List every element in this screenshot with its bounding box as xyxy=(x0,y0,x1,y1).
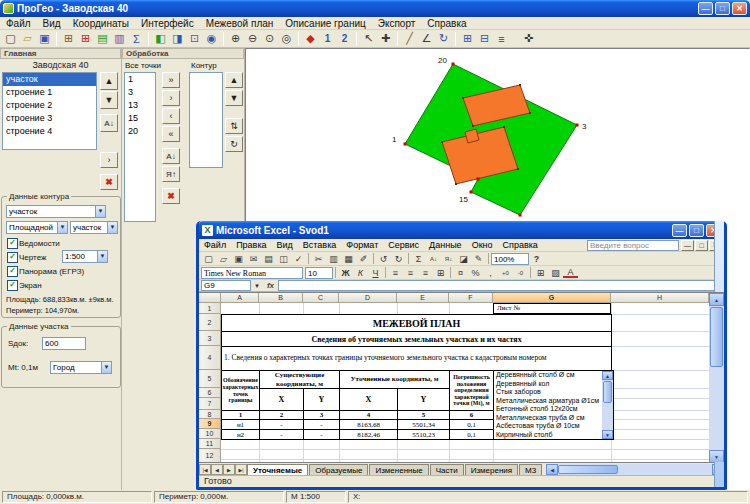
next-sheet-icon[interactable]: ▶ xyxy=(223,464,235,475)
all-points-list[interactable]: 1 3 13 15 20 xyxy=(124,72,156,222)
cell-y-old[interactable]: - xyxy=(304,420,340,430)
email-icon[interactable]: ✉ xyxy=(246,252,261,265)
tab-izmenennye[interactable]: Измененные xyxy=(369,464,428,475)
chevron-down-icon[interactable]: ▼ xyxy=(107,222,117,233)
add-all-button[interactable]: » xyxy=(162,72,180,88)
calc-sum-icon[interactable]: Σ xyxy=(128,31,145,47)
align-center-icon[interactable]: ≡ xyxy=(403,266,418,279)
sdok-input[interactable]: 600 xyxy=(42,337,86,350)
cut-icon[interactable]: ✂ xyxy=(311,252,326,265)
new-workbook-icon[interactable]: ▢ xyxy=(201,252,216,265)
point-item[interactable]: 13 xyxy=(125,99,155,112)
excel-grid[interactable]: A B C D E F G H 1 2 3 4 5 6 7 8 9 10 11 … xyxy=(199,292,724,462)
row-header[interactable]: 3 xyxy=(199,331,221,346)
print-preview-icon[interactable]: ◫ xyxy=(276,252,291,265)
zoom-extents-icon[interactable]: ◎ xyxy=(278,31,295,47)
excel-menu-insert[interactable]: Вставка xyxy=(298,240,341,250)
column-header-a[interactable]: A xyxy=(221,293,259,303)
dropdown-scrollbar[interactable]: ▲ ▼ xyxy=(602,371,613,439)
column-header-c[interactable]: C xyxy=(303,293,339,303)
snapshot-icon[interactable]: ◉ xyxy=(203,31,220,47)
contour-type-combo[interactable]: Площадной ▼ xyxy=(6,221,68,234)
main-panel-header[interactable]: Главная xyxy=(0,48,121,59)
excel-menu-tools[interactable]: Сервис xyxy=(383,240,424,250)
zoom-in-icon[interactable]: ⊕ xyxy=(227,31,244,47)
scale-combo[interactable]: 1:500 ▼ xyxy=(62,250,108,263)
paste-icon[interactable]: ▦ xyxy=(341,252,356,265)
dropdown-option[interactable]: Асбестовая труба Ø 10см xyxy=(494,422,613,431)
autosum-icon[interactable]: Σ xyxy=(411,252,426,265)
menu-file[interactable]: Файл xyxy=(0,18,37,29)
column-header-f[interactable]: F xyxy=(449,293,493,303)
scroll-thumb[interactable] xyxy=(710,307,723,367)
remove-button[interactable]: ‹ xyxy=(162,108,180,124)
scroll-down-icon[interactable]: ▼ xyxy=(709,450,724,462)
contour-down-button[interactable]: ▼ xyxy=(225,90,243,106)
sheet-view-icon[interactable]: ⊟ xyxy=(476,31,493,47)
object-tree[interactable]: участок строение 1 строение 2 строение 3… xyxy=(2,72,97,150)
row-header[interactable]: 2 xyxy=(199,314,221,331)
open-icon[interactable]: ▱ xyxy=(216,252,231,265)
cell-x-new[interactable]: 8182,46 xyxy=(340,430,398,440)
report-doc-icon[interactable]: ▤ xyxy=(94,31,111,47)
chevron-down-icon[interactable]: ▼ xyxy=(57,222,67,233)
tab-utochnyaemye[interactable]: Уточняемые xyxy=(247,464,308,475)
contour-object-combo[interactable]: участок ▼ xyxy=(70,221,118,234)
ekran-checkbox[interactable]: Экран xyxy=(7,281,42,290)
cell-x-old[interactable]: - xyxy=(260,430,304,440)
merge-center-icon[interactable]: ⊞ xyxy=(433,266,448,279)
vedomost-table-icon[interactable]: ⊞ xyxy=(77,31,94,47)
view-2-button[interactable]: 2 xyxy=(336,31,353,47)
select-cursor-icon[interactable]: ↖ xyxy=(360,31,377,47)
map-layers-icon[interactable]: ◧ xyxy=(152,31,169,47)
cell-y-new[interactable]: 5510,23 xyxy=(398,430,450,440)
prev-sheet-icon[interactable]: ◀ xyxy=(211,464,223,475)
excel-minimize-button[interactable]: — xyxy=(672,224,687,237)
point-item[interactable]: 15 xyxy=(125,112,155,125)
underline-icon[interactable]: Ч xyxy=(368,266,383,279)
add-button[interactable]: › xyxy=(162,90,180,106)
font-name-combo[interactable]: Times New Roman ▼ xyxy=(201,267,303,279)
copy-icon[interactable]: ▥ xyxy=(326,252,341,265)
sheet-number-cell[interactable]: Лист № xyxy=(493,303,611,314)
cell-mt[interactable]: 0,1 xyxy=(450,420,494,430)
menu-export[interactable]: Экспорт xyxy=(372,18,422,29)
point-item[interactable]: 1 xyxy=(125,73,155,86)
row-header[interactable]: 12 xyxy=(199,449,221,462)
formula-input[interactable] xyxy=(278,280,722,291)
dropdown-option[interactable]: Кирпичный столб xyxy=(494,431,613,440)
cell-mt[interactable]: 0,1 xyxy=(450,430,494,440)
menu-help[interactable]: Справка xyxy=(421,18,472,29)
sort-descending-icon[interactable]: Я↓ xyxy=(441,252,456,265)
drawing-icon[interactable]: ✎ xyxy=(471,252,486,265)
panorama-checkbox[interactable]: Панорама (ЕГРЗ) xyxy=(7,267,84,276)
tab-chasti[interactable]: Части xyxy=(430,464,464,475)
contour-name-combo[interactable]: участок ▼ xyxy=(6,205,106,218)
currency-icon[interactable]: ¤ xyxy=(453,266,468,279)
mdi-minimize-button[interactable]: — xyxy=(681,240,694,251)
excel-restore-button[interactable]: □ xyxy=(689,224,704,237)
excel-menu-file[interactable]: Файл xyxy=(199,240,231,250)
excel-menu-edit[interactable]: Правка xyxy=(231,240,271,250)
align-left-icon[interactable]: ≡ xyxy=(388,266,403,279)
table-view-icon[interactable]: ⊞ xyxy=(459,31,476,47)
last-sheet-icon[interactable]: ▶| xyxy=(235,464,247,475)
zoom-out-icon[interactable]: ⊖ xyxy=(244,31,261,47)
contour-swap-button[interactable]: ⇅ xyxy=(225,118,243,134)
drawing-doc-icon[interactable]: ▥ xyxy=(111,31,128,47)
menu-interface[interactable]: Интерфейс xyxy=(135,18,200,29)
move-up-button[interactable]: ▲ xyxy=(100,72,118,90)
dropdown-option[interactable]: Металлическая арматура Ø1см xyxy=(494,397,613,406)
bold-icon[interactable]: Ж xyxy=(338,266,353,279)
excel-menu-format[interactable]: Формат xyxy=(341,240,383,250)
cell-x-new[interactable]: 8163,68 xyxy=(340,420,398,430)
italic-icon[interactable]: К xyxy=(353,266,368,279)
menu-view[interactable]: Вид xyxy=(37,18,67,29)
tab-obrazuemye[interactable]: Образуемые xyxy=(309,464,368,475)
tree-item-stroenie-3[interactable]: строение 3 xyxy=(3,112,96,125)
scroll-thumb[interactable] xyxy=(603,381,612,403)
menu-border-description[interactable]: Описание границ xyxy=(279,18,371,29)
first-sheet-icon[interactable]: |◀ xyxy=(199,464,211,475)
column-header-b[interactable]: B xyxy=(259,293,303,303)
percent-icon[interactable]: % xyxy=(468,266,483,279)
